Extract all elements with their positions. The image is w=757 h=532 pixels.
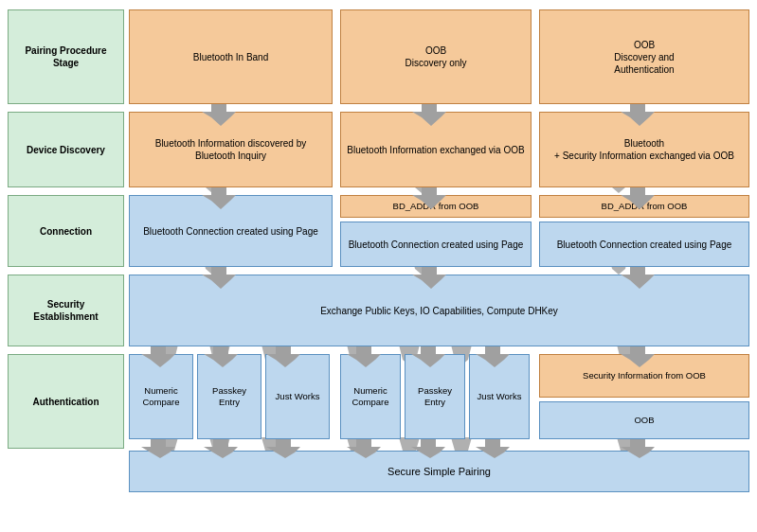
bd-addr-oob: BD_ADDR from OOB <box>340 195 532 218</box>
auth-security-oob: Security Information from OOB <box>539 354 749 398</box>
stage-security: Security Establishment <box>8 275 124 346</box>
diagram: Pairing Procedure Stage Device Discovery… <box>6 6 751 526</box>
security-box: Exchange Public Keys, IO Capabilities, C… <box>129 275 749 346</box>
discovery-oob: Bluetooth Information exchanged via OOB <box>340 112 532 187</box>
connection-oob: Bluetooth Connection created using Page <box>340 222 532 267</box>
discovery-oob-auth: Bluetooth+ Security Information exchange… <box>539 112 749 187</box>
discovery-in-band: Bluetooth Information discovered by Blue… <box>129 112 333 187</box>
auth-justworks-2: Just Works <box>469 354 530 439</box>
auth-numeric-2: Numeric Compare <box>340 354 401 439</box>
header-in-band: Bluetooth In Band <box>129 9 333 104</box>
auth-passkey-1: Passkey Entry <box>197 354 261 439</box>
connection-in-band: Bluetooth Connection created using Page <box>129 195 333 267</box>
stage-connection: Connection <box>8 195 124 267</box>
connection-oob-auth: Bluetooth Connection created using Page <box>539 222 749 267</box>
auth-oob: OOB <box>539 401 749 439</box>
stage-auth: Authentication <box>8 354 124 449</box>
header-oob-auth: OOBDiscovery andAuthentication <box>539 9 749 104</box>
stage-pairing: Pairing Procedure Stage <box>8 9 124 104</box>
auth-passkey-2: Passkey Entry <box>405 354 465 439</box>
auth-justworks-1: Just Works <box>265 354 330 439</box>
header-oob-discovery: OOBDiscovery only <box>340 9 532 104</box>
auth-numeric-1: Numeric Compare <box>129 354 193 439</box>
bottom-box: Secure Simple Pairing <box>129 451 749 492</box>
bd-addr-oob-auth: BD_ADDR from OOB <box>539 195 749 218</box>
stage-discovery: Device Discovery <box>8 112 124 187</box>
